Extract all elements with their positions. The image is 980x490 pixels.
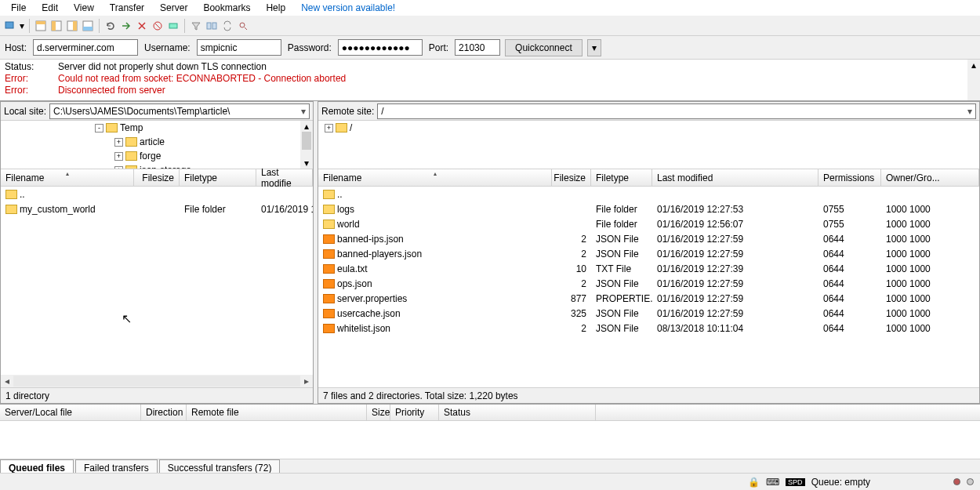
menu-bar: File Edit View Transfer Server Bookmarks…: [0, 0, 980, 16]
password-label: Password:: [286, 42, 333, 53]
menu-transfer[interactable]: Transfer: [102, 1, 152, 15]
log-scrollbar[interactable]: ▴: [967, 60, 980, 100]
menu-view[interactable]: View: [66, 1, 102, 15]
menu-help[interactable]: Help: [258, 1, 293, 15]
list-item[interactable]: usercache.json325JSON File01/16/2019 12:…: [318, 306, 979, 321]
quickconnect-button[interactable]: Quickconnect: [505, 39, 583, 56]
queue-header[interactable]: Server/Local fileDirectionRemote fileSiz…: [0, 404, 980, 421]
local-tree[interactable]: ▴▾ -Temp+article+forge+json-storage: [1, 121, 313, 169]
toggle-tree-local-icon[interactable]: [49, 19, 64, 33]
port-label: Port:: [427, 42, 450, 53]
svg-rect-11: [207, 23, 211, 29]
quickconnect-bar: Host: Username: Password: Port: Quickcon…: [0, 36, 980, 60]
svg-rect-12: [212, 23, 216, 29]
toolbar: ▾: [0, 16, 980, 36]
cancel-icon[interactable]: [135, 19, 149, 33]
refresh-icon[interactable]: [103, 19, 118, 33]
toggle-log-icon[interactable]: [34, 19, 48, 33]
svg-rect-0: [5, 22, 13, 28]
list-item[interactable]: my_custom_worldFile folder01/16/2019 1: [1, 201, 313, 216]
disconnect-icon[interactable]: [151, 19, 165, 33]
remote-site-label: Remote site:: [321, 106, 374, 117]
process-queue-icon[interactable]: [119, 19, 133, 33]
local-list-header[interactable]: Filename▴FilesizeFiletypeLast modifie: [1, 169, 313, 187]
sitemanager-icon[interactable]: [3, 19, 17, 33]
sitemanager-dropdown[interactable]: ▾: [19, 20, 25, 31]
local-file-list[interactable]: ..my_custom_worldFile folder01/16/2019 1: [1, 187, 313, 375]
list-item[interactable]: banned-players.json2JSON File01/16/2019 …: [318, 246, 979, 261]
remote-list-header[interactable]: Filename▴FilesizeFiletypeLast modifiedPe…: [318, 169, 979, 187]
remote-pane: Remote site: / +/ Filename▴FilesizeFilet…: [318, 101, 980, 404]
remote-tree[interactable]: +/: [318, 121, 979, 169]
host-label: Host:: [3, 42, 28, 53]
filter-icon[interactable]: [189, 19, 203, 33]
local-path-combo[interactable]: C:\Users\JAMES\Documents\Temp\article\: [49, 103, 310, 119]
activity-indicator-1: [953, 478, 960, 485]
list-item[interactable]: worldFile folder01/16/2019 12:56:0707551…: [318, 216, 979, 231]
sync-icon[interactable]: [220, 19, 234, 33]
list-item[interactable]: eula.txt10TXT File01/16/2019 12:27:39064…: [318, 261, 979, 276]
remote-path-combo[interactable]: /: [377, 103, 976, 119]
local-pane: Local site: C:\Users\JAMES\Documents\Tem…: [0, 101, 314, 404]
username-input[interactable]: [197, 39, 281, 56]
svg-rect-4: [52, 21, 56, 31]
reconnect-icon[interactable]: [166, 19, 180, 33]
username-label: Username:: [143, 42, 192, 53]
quickconnect-dropdown[interactable]: ▾: [587, 39, 601, 56]
list-item[interactable]: whitelist.json2JSON File08/13/2018 10:11…: [318, 321, 979, 336]
queue-status-text: Queue: empty: [811, 477, 870, 488]
host-input[interactable]: [33, 39, 138, 56]
local-hscroll[interactable]: ◂▸: [1, 375, 313, 387]
remote-status: 7 files and 2 directories. Total size: 1…: [318, 387, 979, 403]
lock-icon[interactable]: 🔒: [748, 477, 760, 488]
tree-item[interactable]: +/: [318, 121, 979, 135]
compare-icon[interactable]: [205, 19, 219, 33]
queue-body[interactable]: [0, 421, 980, 459]
svg-rect-2: [36, 21, 45, 24]
tree-item[interactable]: -Temp: [1, 121, 313, 135]
keyboard-icon[interactable]: ⌨: [766, 477, 779, 488]
svg-rect-10: [169, 24, 177, 28]
list-item[interactable]: banned-ips.json2JSON File01/16/2019 12:2…: [318, 231, 979, 246]
toggle-queue-icon[interactable]: [81, 19, 95, 33]
port-input[interactable]: [455, 39, 500, 56]
status-bar: 🔒 ⌨ SPD Queue: empty: [0, 473, 980, 490]
menu-file[interactable]: File: [3, 1, 34, 15]
local-tree-scrollbar[interactable]: ▴▾: [300, 121, 313, 169]
list-item[interactable]: ops.json2JSON File01/16/2019 12:27:59064…: [318, 276, 979, 291]
svg-rect-8: [83, 27, 93, 31]
menu-new-version[interactable]: New version available!: [293, 1, 403, 15]
menu-bookmarks[interactable]: Bookmarks: [195, 1, 258, 15]
toggle-tree-remote-icon[interactable]: [65, 19, 79, 33]
speed-limit-icon[interactable]: SPD: [786, 478, 805, 486]
activity-indicator-2: [967, 478, 974, 485]
remote-file-list[interactable]: ..logsFile folder01/16/2019 12:27:530755…: [318, 187, 979, 387]
list-item[interactable]: server.properties877PROPERTIE...01/16/20…: [318, 291, 979, 306]
tree-item[interactable]: +forge: [1, 149, 313, 163]
svg-point-13: [240, 23, 245, 27]
tree-item[interactable]: +article: [1, 135, 313, 149]
list-item[interactable]: ..: [1, 187, 313, 201]
list-item[interactable]: ..: [318, 187, 979, 201]
search-icon[interactable]: [236, 19, 250, 33]
menu-server[interactable]: Server: [152, 1, 195, 15]
menu-edit[interactable]: Edit: [34, 1, 66, 15]
middle-area: Local site: C:\Users\JAMES\Documents\Tem…: [0, 101, 980, 404]
local-status: 1 directory: [1, 387, 313, 403]
local-site-label: Local site:: [4, 106, 46, 117]
log-panel: ▴ Status:Server did not properly shut do…: [0, 60, 980, 101]
svg-rect-6: [73, 21, 77, 31]
password-input[interactable]: [338, 39, 423, 56]
list-item[interactable]: logsFile folder01/16/2019 12:27:53075510…: [318, 201, 979, 216]
